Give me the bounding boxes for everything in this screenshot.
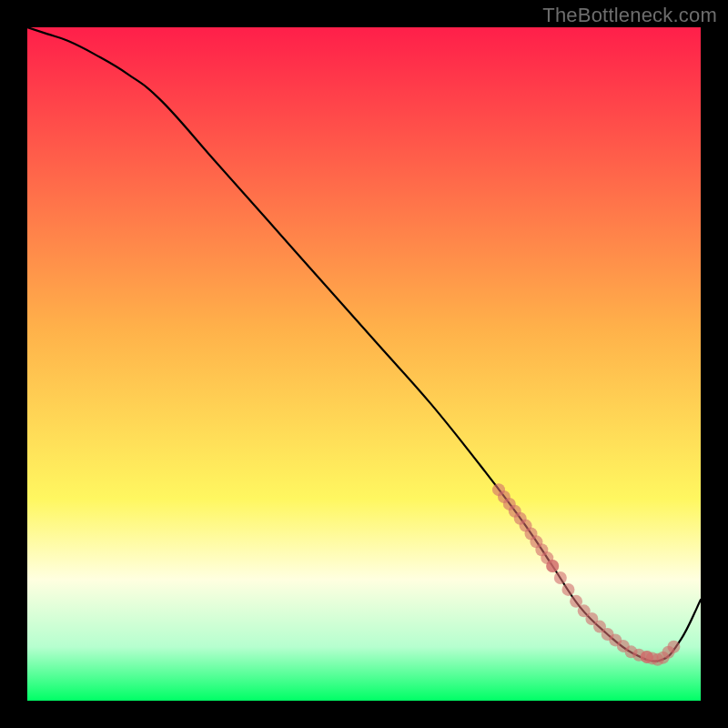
highlight-dot — [554, 571, 567, 584]
highlight-dot — [546, 560, 559, 572]
plot-area — [27, 27, 701, 701]
chart-frame: TheBottleneck.com — [0, 0, 728, 728]
chart-svg — [27, 27, 701, 701]
watermark-text: TheBottleneck.com — [542, 4, 717, 27]
plot-background — [27, 27, 701, 701]
highlight-dot — [667, 641, 680, 653]
highlight-dot — [561, 583, 574, 596]
